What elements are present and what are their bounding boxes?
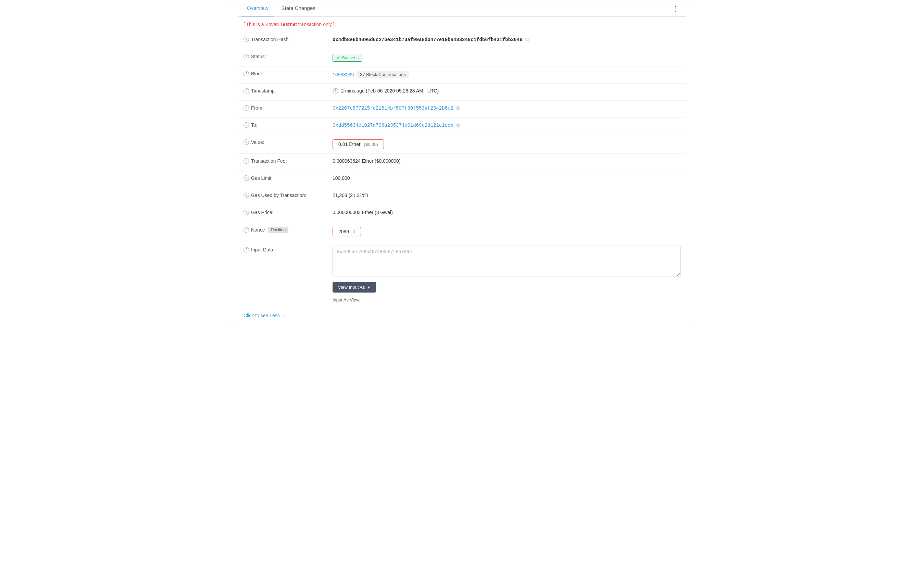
- transaction-hash-copy-icon[interactable]: ⧉: [525, 37, 529, 43]
- nonce-help-icon[interactable]: ?: [243, 227, 249, 233]
- footer-row: Click to see Less ↑: [238, 307, 686, 324]
- to-address-link[interactable]: 0xdd55634e1027d706a235374e01d69c2d121e1c…: [332, 123, 453, 128]
- value-ether: 0.01 Ether: [338, 141, 361, 147]
- from-address-link[interactable]: 0x2267e877215fc21514bf507f30f553af2342b6…: [332, 106, 453, 111]
- status-row: ? Status: ✔ Success: [238, 49, 686, 66]
- gas-limit-text: 100,000: [332, 175, 350, 181]
- status-badge-text: Success: [342, 55, 359, 60]
- gas-used-label: ? Gas Used by Transaction:: [243, 193, 332, 198]
- transaction-fee-label-text: Transaction Fee:: [251, 158, 287, 164]
- gas-price-label-text: Gas Price:: [251, 210, 273, 215]
- input-data-value: View Input As ▼ Input As View: [332, 246, 681, 302]
- gas-used-label-text: Gas Used by Transaction:: [251, 193, 306, 198]
- status-label-text: Status:: [251, 54, 266, 59]
- gas-used-text: 21,208 (21.21%): [332, 193, 368, 198]
- to-help-icon[interactable]: ?: [243, 122, 249, 128]
- transaction-hash-row: ? Transaction Hash: 0x4db8e6b4096d6c27be…: [238, 32, 686, 49]
- value-help-icon[interactable]: ?: [243, 139, 249, 145]
- block-number-link[interactable]: 16588289: [332, 72, 354, 77]
- transaction-hash-label-text: Transaction Hash:: [251, 37, 290, 42]
- status-help-icon[interactable]: ?: [243, 54, 249, 59]
- view-input-as-arrow-icon: ▼: [367, 285, 371, 290]
- status-badge: ✔ Success: [332, 54, 363, 62]
- input-as-view-label: Input As View: [332, 297, 360, 302]
- gas-limit-row: ? Gas Limit: 100,000: [238, 171, 686, 188]
- view-input-as-label: View Input As: [338, 285, 365, 290]
- transaction-fee-help-icon[interactable]: ?: [243, 158, 249, 164]
- value-row: ? Value: 0.01 Ether ($0.00): [238, 135, 686, 154]
- gas-price-text: 0.000000003 Ether (3 Gwei): [332, 210, 393, 215]
- gas-price-value: 0.000000003 Ether (3 Gwei): [332, 210, 681, 215]
- from-value: 0x2267e877215fc21514bf507f30f553af2342b6…: [332, 105, 681, 111]
- from-copy-icon[interactable]: ⧉: [456, 105, 460, 111]
- success-check-icon: ✔: [336, 55, 340, 60]
- timestamp-text: 2 mins ago (Feb-06-2020 05:26:28 AM +UTC…: [341, 88, 439, 93]
- value-label-text: Value:: [251, 139, 265, 145]
- from-help-icon[interactable]: ?: [243, 105, 249, 110]
- input-data-row: ? Input Data: View Input As ▼ Input As V…: [238, 241, 686, 307]
- gas-used-help-icon[interactable]: ?: [243, 193, 249, 198]
- gas-limit-value: 100,000: [332, 175, 681, 181]
- tabs-bar: Overview State Changes ⋮: [238, 0, 686, 17]
- notice-close-bracket: ]: [333, 21, 335, 27]
- view-input-as-button[interactable]: View Input As ▼: [332, 282, 376, 293]
- block-row: ? Block: 16588289 37 Block Confirmations: [238, 66, 686, 84]
- transaction-fee-row: ? Transaction Fee: 0.000063624 Ether ($0…: [238, 154, 686, 171]
- tab-overview[interactable]: Overview: [242, 0, 274, 17]
- notice-banner: [ This is a Kovan Testnet transaction on…: [238, 17, 686, 32]
- to-label: ? To:: [243, 122, 332, 128]
- gas-price-label: ? Gas Price:: [243, 210, 332, 215]
- input-data-textarea[interactable]: [332, 246, 681, 276]
- gas-limit-help-icon[interactable]: ?: [243, 175, 249, 181]
- status-value: ✔ Success: [332, 54, 681, 62]
- transaction-hash-value: 0x4db8e6b4096d6c27be341b73af99a8d0477e19…: [332, 37, 681, 43]
- gas-limit-label-text: Gas Limit:: [251, 175, 272, 181]
- tab-state-changes[interactable]: State Changes: [276, 0, 321, 17]
- nonce-position: 0: [352, 229, 355, 234]
- arrow-up-icon: ↑: [283, 313, 285, 318]
- from-label-text: From:: [251, 105, 264, 110]
- notice-text: This is a Kovan: [246, 21, 280, 27]
- to-value: 0xdd55634e1027d706a235374e01d69c2d121e1c…: [332, 122, 681, 128]
- position-badge: Position: [268, 227, 288, 233]
- to-row: ? To: 0xdd55634e1027d706a235374e01d69c2d…: [238, 118, 686, 135]
- timestamp-clock-icon: 🕐: [332, 88, 338, 93]
- timestamp-help-icon[interactable]: ?: [243, 88, 249, 93]
- nonce-row: ? Nonce Position 2099 0: [238, 222, 686, 241]
- transaction-fee-label: ? Transaction Fee:: [243, 158, 332, 164]
- to-label-text: To:: [251, 122, 257, 128]
- gas-price-row: ? Gas Price: 0.000000003 Ether (3 Gwei): [238, 205, 686, 222]
- gas-price-help-icon[interactable]: ?: [243, 210, 249, 215]
- gas-used-value: 21,208 (21.21%): [332, 193, 681, 198]
- nonce-box: 2099 0: [332, 227, 361, 236]
- value-value: 0.01 Ether ($0.00): [332, 139, 681, 149]
- input-data-help-icon[interactable]: ?: [243, 247, 249, 253]
- transaction-fee-text: 0.000063624 Ether ($0.000000): [332, 158, 401, 164]
- status-label: ? Status:: [243, 54, 332, 59]
- block-label: ? Block:: [243, 71, 332, 77]
- notice-bold: Testnet: [280, 21, 297, 27]
- notice-open-bracket: [: [243, 21, 246, 27]
- notice-text2: transaction only: [297, 21, 333, 27]
- value-label: ? Value:: [243, 139, 332, 145]
- block-help-icon[interactable]: ?: [243, 71, 249, 77]
- timestamp-label-text: Timestamp:: [251, 88, 276, 93]
- value-box: 0.01 Ether ($0.00): [332, 139, 384, 149]
- nonce-label-text: Nonce: [251, 227, 265, 233]
- block-label-text: Block:: [251, 71, 264, 77]
- transaction-hash-label: ? Transaction Hash:: [243, 37, 332, 42]
- block-confirmations-badge: 37 Block Confirmations: [356, 71, 409, 78]
- see-less-link[interactable]: Click to see Less: [243, 313, 280, 318]
- from-row: ? From: 0x2267e877215fc21514bf507f30f553…: [238, 101, 686, 118]
- input-data-label: ? Input Data:: [243, 246, 332, 253]
- more-menu-icon[interactable]: ⋮: [669, 1, 682, 16]
- block-value: 16588289 37 Block Confirmations: [332, 71, 681, 78]
- from-label: ? From:: [243, 105, 332, 110]
- to-copy-icon[interactable]: ⧉: [456, 122, 460, 128]
- transaction-hash-text: 0x4db8e6b4096d6c27be341b73af99a8d0477e19…: [332, 37, 523, 43]
- transaction-hash-help-icon[interactable]: ?: [243, 37, 249, 42]
- gas-limit-label: ? Gas Limit:: [243, 175, 332, 181]
- gas-used-row: ? Gas Used by Transaction: 21,208 (21.21…: [238, 188, 686, 205]
- nonce-number: 2099: [338, 229, 349, 234]
- input-data-label-text: Input Data:: [251, 247, 275, 253]
